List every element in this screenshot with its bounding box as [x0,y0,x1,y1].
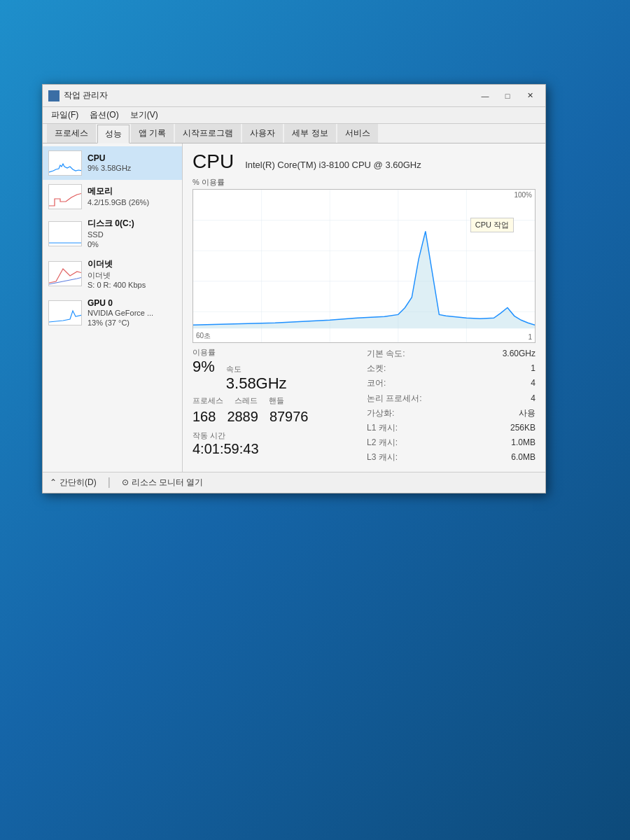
screen-background: 작업 관리자 — □ ✕ 파일(F) 옵션(O) 보기(V) 프로세스 성능 앱… [0,0,630,840]
tab-apphistory[interactable]: 앱 기록 [131,124,174,143]
process-thread-handle-labels: 프로세스 스레드 핸들 [192,396,361,406]
bottom-bar: ⌃ 간단히(D) | ⊙ 리소스 모니터 열기 [43,472,545,493]
cores-label: 코어: [367,377,386,390]
chevron-up-icon: ⌃ [50,477,57,487]
taskmanager-window: 작업 관리자 — □ ✕ 파일(F) 옵션(O) 보기(V) 프로세스 성능 앱… [42,84,546,493]
l2-value: 1.0MB [511,436,536,449]
disk-sidebar-title: 디스크 0(C:) [88,218,176,230]
usage-block: 이용률 9% 속도 3.58GHz [192,347,287,393]
sidebar-item-gpu[interactable]: GPU 0 NVIDIA GeForce ... 13% (37 °C) [43,294,182,332]
l3-value: 6.0MB [511,451,536,464]
cpu-sidebar-title: CPU [88,153,176,163]
tab-performance[interactable]: 성능 [97,125,130,144]
cpu-graph-container: 100% [192,189,536,343]
resource-monitor-icon: ⊙ [122,477,129,487]
speed-value: 3.58GHz [226,374,287,392]
ethernet-sidebar-info: 이더넷 이더넷 S: 0 R: 400 Kbps [88,258,176,290]
tab-details[interactable]: 세부 정보 [284,124,335,143]
gpu-thumbnail [48,300,82,326]
svg-rect-4 [49,262,82,286]
app-icon [48,90,59,102]
disk-sidebar-info: 디스크 0(C:) SSD 0% [88,218,176,250]
memory-sidebar-info: 메모리 4.2/15.9GB (26%) [88,186,176,207]
cores-row: 코어: 4 [367,377,536,390]
speed-label: 속도 [226,364,287,374]
cpu-model: Intel(R) Core(TM) i3-8100 CPU @ 3.60GHz [245,160,421,170]
tab-processes[interactable]: 프로세스 [47,124,96,143]
virtualization-row: 가상화: 사용 [367,407,536,420]
handles-value: 87976 [270,409,309,425]
menu-options[interactable]: 옵션(O) [85,108,122,122]
menu-bar: 파일(F) 옵션(O) 보기(V) [43,107,545,124]
virtualization-value: 사용 [519,407,536,420]
gpu-sidebar-sub2: 13% (37 °C) [88,318,176,328]
tab-services[interactable]: 서비스 [337,124,378,143]
sidebar: CPU 9% 3.58GHz 메모리 4.2/15.9GB (26%) [43,144,183,472]
title-controls: — □ ✕ [475,89,540,103]
sidebar-item-cpu[interactable]: CPU 9% 3.58GHz [43,146,182,180]
stats-right: 기본 속도: 3.60GHz 소켓: 1 코어: 4 논리 프로세서: [367,347,536,465]
sidebar-item-disk[interactable]: 디스크 0(C:) SSD 0% [43,214,182,254]
handles-label: 핸들 [269,396,284,406]
resource-monitor-label: 리소스 모니터 열기 [132,477,204,489]
right-panel: CPU Intel(R) Core(TM) i3-8100 CPU @ 3.60… [183,144,545,472]
graph-xmax: 1 [528,333,532,341]
usage-label: 이용률 [192,347,287,358]
disk-sidebar-sub2: 0% [88,239,176,249]
sockets-value: 1 [531,362,536,375]
cpu-graph-svg [193,190,535,342]
sockets-label: 소켓: [367,362,386,375]
cpu-header: CPU Intel(R) Core(TM) i3-8100 CPU @ 3.60… [192,150,536,173]
cpu-sidebar-sub: 9% 3.58GHz [88,163,176,173]
resource-monitor-link[interactable]: ⊙ 리소스 모니터 열기 [122,477,204,489]
memory-sidebar-title: 메모리 [88,186,176,197]
graph-xmin: 60초 [196,331,211,341]
processes-value: 168 [192,409,216,425]
sidebar-item-ethernet[interactable]: 이더넷 이더넷 S: 0 R: 400 Kbps [43,254,182,295]
base-speed-label: 기본 속도: [367,347,405,360]
menu-file[interactable]: 파일(F) [47,108,83,122]
tab-startup[interactable]: 시작프로그램 [175,124,241,143]
title-bar-left: 작업 관리자 [48,90,108,102]
simplify-link[interactable]: ⌃ 간단히(D) [50,477,97,489]
l1-value: 256KB [510,421,536,435]
window-title: 작업 관리자 [64,90,108,102]
ethernet-sidebar-sub1: 이더넷 [88,270,176,280]
speed-block: 속도 3.58GHz [226,364,287,393]
logical-label: 논리 프로세서: [367,392,422,405]
cpu-panel-title: CPU [192,150,234,173]
tab-bar: 프로세스 성능 앱 기록 시작프로그램 사용자 세부 정보 서비스 [43,124,545,144]
base-speed-value: 3.60GHz [503,347,536,360]
sidebar-item-memory[interactable]: 메모리 4.2/15.9GB (26%) [43,180,182,214]
maximize-button[interactable]: □ [498,89,517,103]
ethernet-thumbnail [48,261,82,286]
disk-sidebar-sub1: SSD [88,230,176,239]
sockets-row: 소켓: 1 [367,362,536,375]
stats-grid: 이용률 9% 속도 3.58GHz [192,347,536,465]
uptime-value: 4:01:59:43 [192,441,361,457]
cpu-sidebar-info: CPU 9% 3.58GHz [88,153,176,173]
gpu-sidebar-info: GPU 0 NVIDIA GeForce ... 13% (37 °C) [88,298,176,328]
minimize-button[interactable]: — [475,89,495,103]
usage-speed-row: 이용률 9% 속도 3.58GHz [192,347,361,393]
l1-label: L1 캐시: [367,421,398,435]
processes-label: 프로세스 [192,396,223,406]
usage-speed-values: 9% 속도 3.58GHz [192,358,287,393]
threads-value: 2889 [227,409,258,425]
graph-ymax: 100% [514,191,532,199]
menu-view[interactable]: 보기(V) [126,108,162,122]
usage-value: 9% [192,358,215,376]
base-speed-row: 기본 속도: 3.60GHz [367,347,536,360]
l2-row: L2 캐시: 1.0MB [367,436,536,449]
stats-left: 이용률 9% 속도 3.58GHz [192,347,361,465]
virtualization-label: 가상화: [367,407,394,420]
tab-users[interactable]: 사용자 [242,124,283,143]
close-button[interactable]: ✕ [520,89,540,103]
l3-row: L3 캐시: 6.0MB [367,451,536,464]
graph-ylabel: % 이용률 [192,177,536,188]
uptime-label: 작동 시간 [192,430,361,441]
gpu-sidebar-sub1: NVIDIA GeForce ... [88,308,176,318]
threads-label: 스레드 [234,396,258,406]
logical-row: 논리 프로세서: 4 [367,392,536,405]
bottom-separator: | [108,476,111,489]
